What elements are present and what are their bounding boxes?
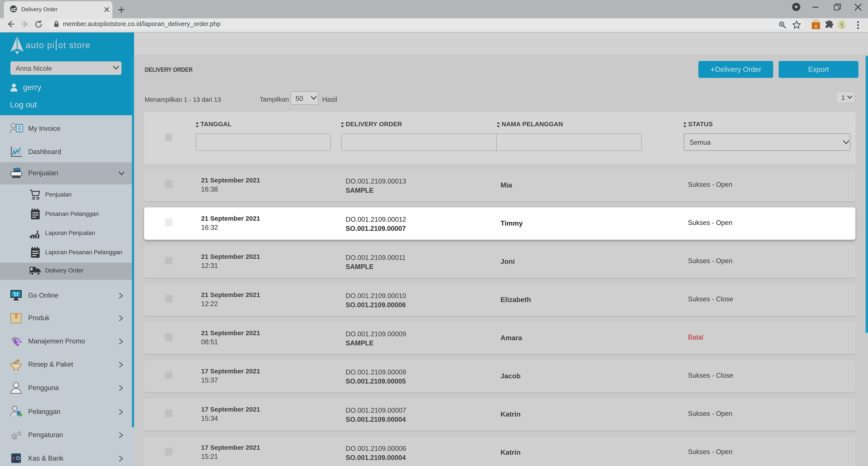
svg-text:A: A bbox=[814, 24, 817, 29]
